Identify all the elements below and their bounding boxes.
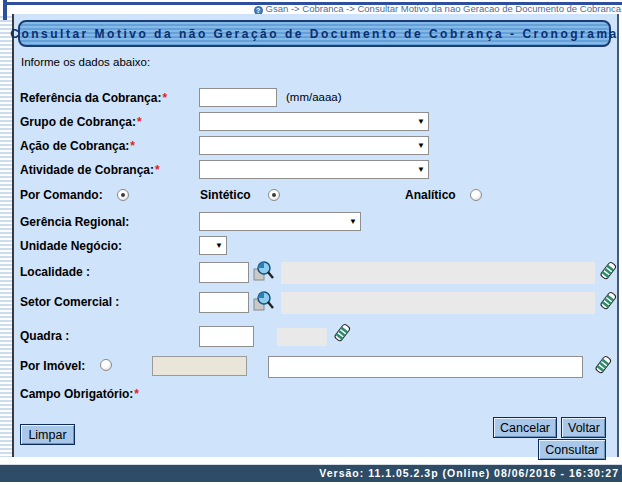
grupo-label: Grupo de Cobrança:* (20, 112, 142, 132)
required-asterisk: * (134, 387, 139, 401)
setor-input[interactable] (199, 292, 249, 313)
form-panel: Consultar Motivo da não Geração de Docum… (14, 14, 619, 457)
row-quadra: Quadra : (14, 326, 617, 350)
atividade-label: Atividade de Cobrança:* (20, 160, 160, 180)
atividade-select[interactable]: ▼ (199, 160, 429, 179)
sintetico-label: Sintético (200, 187, 251, 203)
consultar-button[interactable]: Consultar (538, 439, 606, 460)
referencia-input[interactable] (199, 88, 277, 107)
chevron-down-icon: ▼ (417, 137, 425, 154)
localidade-label: Localidade : (20, 262, 90, 282)
chevron-down-icon: ▼ (215, 237, 223, 254)
row-atividade: Atividade de Cobrança:* ▼ (14, 160, 617, 182)
footer-gap (0, 457, 622, 465)
chevron-down-icon: ▼ (417, 113, 425, 130)
page-title-text: Consultar Motivo da não Geração de Docum… (10, 27, 619, 41)
version-text: Versão: 11.1.05.2.3p (Online) 08/06/2016… (319, 467, 619, 479)
quadra-input[interactable] (199, 326, 254, 347)
eraser-icon[interactable] (598, 290, 620, 314)
search-icon[interactable] (253, 290, 275, 314)
eraser-icon[interactable] (332, 322, 354, 346)
sintetico-radio[interactable] (268, 189, 280, 201)
row-gerencia: Gerência Regional: ▼ (14, 212, 617, 234)
campo-obrigatorio-label: Campo Obrigatório:* (20, 384, 139, 404)
acao-label: Ação de Cobrança:* (20, 136, 135, 156)
row-unidade: Unidade Negócio: ▼ (14, 236, 617, 258)
por-comando-label: Por Comando: (20, 187, 103, 203)
row-localidade: Localidade : (14, 262, 617, 288)
required-asterisk: * (162, 91, 167, 105)
quadra-label: Quadra : (20, 326, 69, 346)
row-radios: Por Comando: Sintético Analítico (14, 187, 617, 203)
left-frame-gutter[interactable] (0, 14, 14, 457)
row-campo-obrigatorio: Campo Obrigatório:* (14, 384, 617, 406)
search-icon[interactable] (253, 260, 275, 284)
row-acao: Ação de Cobrança:* ▼ (14, 136, 617, 158)
required-asterisk: * (137, 115, 142, 129)
localidade-input[interactable] (199, 262, 249, 283)
por-comando-radio[interactable] (117, 189, 129, 201)
intro-text: Informe os dados abaixo: (21, 56, 150, 68)
chevron-down-icon: ▼ (417, 161, 425, 178)
page-title: Consultar Motivo da não Geração de Docum… (18, 20, 611, 47)
required-asterisk: * (130, 139, 135, 153)
gsan-window: ?Gsan -> Cobranca -> Consultar Motivo da… (0, 0, 622, 485)
unidade-select[interactable]: ▼ (199, 236, 227, 255)
por-imovel-label: Por Imóvel: (20, 356, 85, 376)
voltar-button[interactable]: Voltar (561, 417, 606, 438)
eraser-icon[interactable] (598, 260, 620, 284)
row-setor: Setor Comercial : (14, 292, 617, 318)
grupo-select[interactable]: ▼ (199, 112, 429, 131)
frame-corner-decoration (3, 0, 7, 20)
por-imovel-radio[interactable] (100, 359, 112, 371)
gerencia-select[interactable]: ▼ (199, 212, 361, 231)
required-asterisk: * (155, 163, 160, 177)
imovel-description-input[interactable] (268, 356, 583, 378)
row-referencia: Referência da Cobrança:* (mm/aaaa) (14, 88, 617, 110)
chevron-down-icon: ▼ (349, 213, 357, 230)
acao-select[interactable]: ▼ (199, 136, 429, 155)
unidade-label: Unidade Negócio: (20, 236, 122, 256)
setor-description-field (281, 292, 595, 314)
referencia-format-hint: (mm/aaaa) (286, 88, 342, 107)
analitico-label: Analítico (405, 187, 456, 203)
row-grupo: Grupo de Cobrança:* ▼ (14, 112, 617, 134)
referencia-label: Referência da Cobrança:* (20, 88, 167, 108)
cancelar-button[interactable]: Cancelar (493, 417, 557, 438)
imovel-id-field-disabled (152, 356, 247, 376)
breadcrumb-text: Gsan -> Cobranca -> Consultar Motivo da … (266, 3, 621, 14)
row-por-imovel: Por Imóvel: (14, 356, 617, 380)
version-bar: Versão: 11.1.05.2.3p (Online) 08/06/2016… (0, 465, 622, 482)
setor-label: Setor Comercial : (20, 292, 119, 312)
eraser-icon[interactable] (593, 354, 615, 378)
quadra-description-field (277, 328, 327, 346)
limpar-button[interactable]: Limpar (20, 424, 75, 445)
localidade-description-field (281, 262, 595, 284)
analitico-radio[interactable] (470, 189, 482, 201)
breadcrumb-bar: ?Gsan -> Cobranca -> Consultar Motivo da… (0, 0, 622, 14)
gerencia-label: Gerência Regional: (20, 212, 129, 232)
